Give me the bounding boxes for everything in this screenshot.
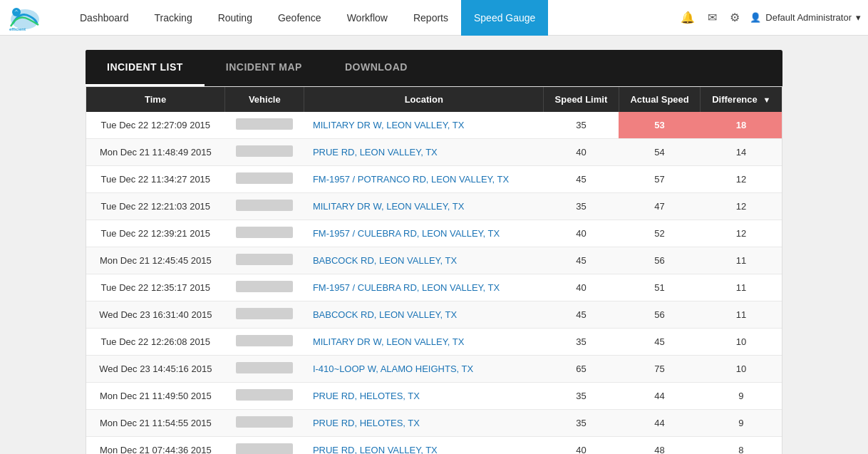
col-location[interactable]: Location bbox=[304, 87, 544, 112]
cell-location[interactable]: MILITARY DR W, LEON VALLEY, TX bbox=[304, 329, 544, 356]
table-row: Mon Dec 21 11:49:50 2015PRUE RD, HELOTES… bbox=[86, 383, 782, 410]
cell-speed-limit: 40 bbox=[544, 139, 619, 166]
cell-difference: 10 bbox=[701, 329, 782, 356]
cell-location[interactable]: PRUE RD, LEON VALLEY, TX bbox=[304, 437, 544, 455]
cell-speed-limit: 45 bbox=[544, 301, 619, 329]
table-row: Mon Dec 21 12:45:45 2015BABCOCK RD, LEON… bbox=[86, 247, 782, 274]
nav-speed-gauge[interactable]: Speed Gauge bbox=[461, 0, 548, 36]
tab-incident-map[interactable]: INCIDENT MAP bbox=[205, 50, 324, 86]
col-time[interactable]: Time bbox=[86, 87, 225, 112]
cell-time: Mon Dec 21 07:44:36 2015 bbox=[86, 437, 225, 455]
cell-time: Mon Dec 21 12:45:45 2015 bbox=[86, 247, 225, 274]
tabs-bar: INCIDENT LIST INCIDENT MAP DOWNLOAD bbox=[86, 50, 782, 86]
cell-location[interactable]: FM-1957 / CULEBRA RD, LEON VALLEY, TX bbox=[304, 220, 544, 247]
cell-location[interactable]: MILITARY DR W, LEON VALLEY, TX bbox=[304, 112, 544, 139]
cell-difference: 9 bbox=[701, 410, 782, 437]
vehicle-placeholder bbox=[236, 362, 293, 373]
vehicle-placeholder bbox=[236, 416, 293, 428]
nav-reports[interactable]: Reports bbox=[401, 0, 461, 36]
cell-difference: 18 bbox=[701, 112, 782, 139]
cell-speed-limit: 45 bbox=[544, 166, 619, 193]
nav-geofence[interactable]: Geofence bbox=[265, 0, 334, 36]
nav-routing[interactable]: Routing bbox=[205, 0, 265, 36]
nav-dashboard[interactable]: Dashboard bbox=[67, 0, 142, 36]
svg-text:FLEETS: FLEETS bbox=[11, 31, 21, 32]
sort-desc-icon: ▼ bbox=[763, 96, 770, 104]
vehicle-placeholder bbox=[236, 227, 293, 238]
nav-workflow[interactable]: Workflow bbox=[334, 0, 401, 36]
table-body: Tue Dec 22 12:27:09 2015MILITARY DR W, L… bbox=[86, 112, 782, 454]
settings-icon[interactable]: ⚙ bbox=[727, 8, 743, 27]
incident-table-container: Time Vehicle Location Speed Limit Actual… bbox=[86, 86, 782, 454]
cell-vehicle bbox=[225, 112, 304, 139]
logo[interactable]: efficient FLEETS bbox=[7, 4, 46, 32]
col-actual-speed[interactable]: Actual Speed bbox=[619, 87, 701, 112]
cell-location[interactable]: PRUE RD, HELOTES, TX bbox=[304, 410, 544, 437]
cell-vehicle bbox=[225, 274, 304, 301]
cell-actual-speed: 56 bbox=[619, 247, 701, 274]
cell-vehicle bbox=[225, 193, 304, 220]
nav-tracking[interactable]: Tracking bbox=[142, 0, 205, 36]
cell-time: Mon Dec 21 11:48:49 2015 bbox=[86, 139, 225, 166]
vehicle-placeholder bbox=[236, 308, 293, 319]
cell-actual-speed: 75 bbox=[619, 356, 701, 383]
col-difference[interactable]: Difference ▼ bbox=[701, 87, 782, 112]
tab-incident-list[interactable]: INCIDENT LIST bbox=[86, 50, 205, 86]
cell-vehicle bbox=[225, 329, 304, 356]
cell-actual-speed: 44 bbox=[619, 410, 701, 437]
cell-location[interactable]: MILITARY DR W, LEON VALLEY, TX bbox=[304, 193, 544, 220]
nav-links: Dashboard Tracking Routing Geofence Work… bbox=[67, 0, 678, 36]
cell-location[interactable]: BABCOCK RD, LEON VALLEY, TX bbox=[304, 301, 544, 329]
incident-table: Time Vehicle Location Speed Limit Actual… bbox=[86, 87, 782, 454]
cell-difference: 8 bbox=[701, 437, 782, 455]
table-row: Wed Dec 23 16:31:40 2015BABCOCK RD, LEON… bbox=[86, 301, 782, 329]
cell-difference: 10 bbox=[701, 356, 782, 383]
vehicle-placeholder bbox=[236, 443, 293, 454]
cell-time: Tue Dec 22 12:21:03 2015 bbox=[86, 193, 225, 220]
vehicle-placeholder bbox=[236, 145, 293, 157]
table-row: Mon Dec 21 11:54:55 2015PRUE RD, HELOTES… bbox=[86, 410, 782, 437]
cell-actual-speed: 44 bbox=[619, 383, 701, 410]
cell-location[interactable]: FM-1957 / POTRANCO RD, LEON VALLEY, TX bbox=[304, 166, 544, 193]
cell-speed-limit: 35 bbox=[544, 410, 619, 437]
main-content: INCIDENT LIST INCIDENT MAP DOWNLOAD Time… bbox=[0, 36, 868, 454]
notification-icon[interactable]: 🔔 bbox=[678, 8, 698, 27]
cell-difference: 14 bbox=[701, 139, 782, 166]
cell-actual-speed: 45 bbox=[619, 329, 701, 356]
table-row: Tue Dec 22 12:27:09 2015MILITARY DR W, L… bbox=[86, 112, 782, 139]
cell-location[interactable]: I-410~LOOP W, ALAMO HEIGHTS, TX bbox=[304, 356, 544, 383]
cell-actual-speed: 54 bbox=[619, 139, 701, 166]
cell-actual-speed: 48 bbox=[619, 437, 701, 455]
cell-speed-limit: 40 bbox=[544, 274, 619, 301]
cell-speed-limit: 45 bbox=[544, 247, 619, 274]
vehicle-placeholder bbox=[236, 118, 293, 130]
table-row: Wed Dec 23 14:45:16 2015I-410~LOOP W, AL… bbox=[86, 356, 782, 383]
cell-location[interactable]: FM-1957 / CULEBRA RD, LEON VALLEY, TX bbox=[304, 274, 544, 301]
cell-difference: 12 bbox=[701, 166, 782, 193]
message-icon[interactable]: ✉ bbox=[705, 8, 720, 27]
cell-actual-speed: 53 bbox=[619, 112, 701, 139]
cell-speed-limit: 40 bbox=[544, 437, 619, 455]
cell-time: Tue Dec 22 12:27:09 2015 bbox=[86, 112, 225, 139]
cell-difference: 12 bbox=[701, 220, 782, 247]
vehicle-placeholder bbox=[236, 172, 293, 184]
cell-vehicle bbox=[225, 166, 304, 193]
cell-speed-limit: 35 bbox=[544, 193, 619, 220]
cell-actual-speed: 56 bbox=[619, 301, 701, 329]
cell-location[interactable]: PRUE RD, LEON VALLEY, TX bbox=[304, 139, 544, 166]
col-vehicle[interactable]: Vehicle bbox=[225, 87, 304, 112]
cell-location[interactable]: PRUE RD, HELOTES, TX bbox=[304, 383, 544, 410]
cell-actual-speed: 52 bbox=[619, 220, 701, 247]
user-icon: 👤 bbox=[750, 12, 761, 23]
cell-location[interactable]: BABCOCK RD, LEON VALLEY, TX bbox=[304, 247, 544, 274]
cell-vehicle bbox=[225, 356, 304, 383]
cell-time: Tue Dec 22 12:26:08 2015 bbox=[86, 329, 225, 356]
table-row: Mon Dec 21 11:48:49 2015PRUE RD, LEON VA… bbox=[86, 139, 782, 166]
cell-time: Tue Dec 22 12:35:17 2015 bbox=[86, 274, 225, 301]
col-speed-limit[interactable]: Speed Limit bbox=[544, 87, 619, 112]
table-row: Tue Dec 22 12:21:03 2015MILITARY DR W, L… bbox=[86, 193, 782, 220]
cell-speed-limit: 40 bbox=[544, 220, 619, 247]
tab-download[interactable]: DOWNLOAD bbox=[324, 50, 429, 86]
user-menu[interactable]: 👤 Default Administrator ▾ bbox=[750, 12, 861, 23]
cell-difference: 9 bbox=[701, 383, 782, 410]
